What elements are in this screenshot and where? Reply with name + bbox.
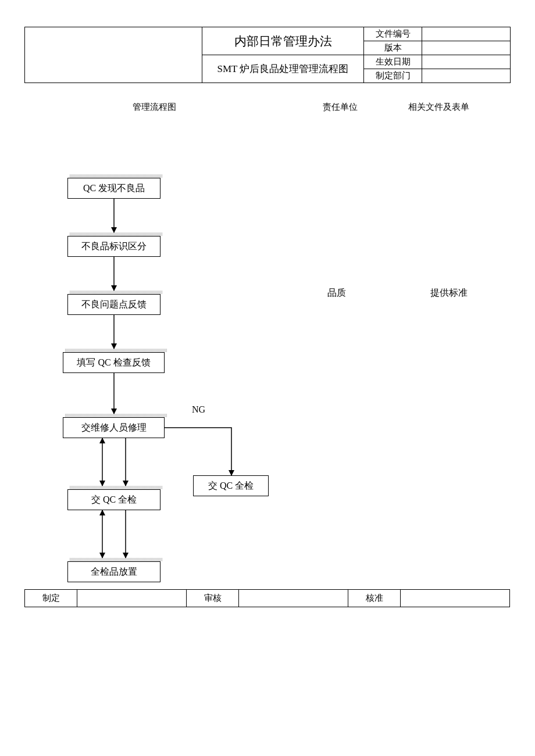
flow-step5: 交维修人员修理 — [63, 417, 165, 438]
flow-step4: 填写 QC 检查反馈 — [63, 352, 165, 373]
flow-step3: 不良问题点反馈 — [67, 294, 160, 315]
flow-label-ng: NG — [192, 404, 205, 415]
flow-step1: QC 发现不良品 — [67, 178, 160, 199]
footer-value-approve — [401, 590, 510, 607]
footer-value-make — [77, 590, 187, 607]
flowchart: QC 发现不良品 不良品标识区分 不良问题点反馈 填写 QC 检查反馈 交维修人… — [0, 0, 535, 756]
flow-step6: 交 QC 全检 — [67, 489, 160, 510]
footer-label-make: 制定 — [25, 590, 77, 607]
footer-label-review: 审核 — [187, 590, 239, 607]
footer-table: 制定 审核 核准 — [24, 589, 510, 607]
flow-step7: 全检品放置 — [67, 561, 160, 582]
flow-step8: 交 QC 全检 — [193, 475, 269, 496]
footer-value-review — [239, 590, 348, 607]
flow-step2: 不良品标识区分 — [67, 236, 160, 257]
footer-label-approve: 核准 — [348, 590, 401, 607]
